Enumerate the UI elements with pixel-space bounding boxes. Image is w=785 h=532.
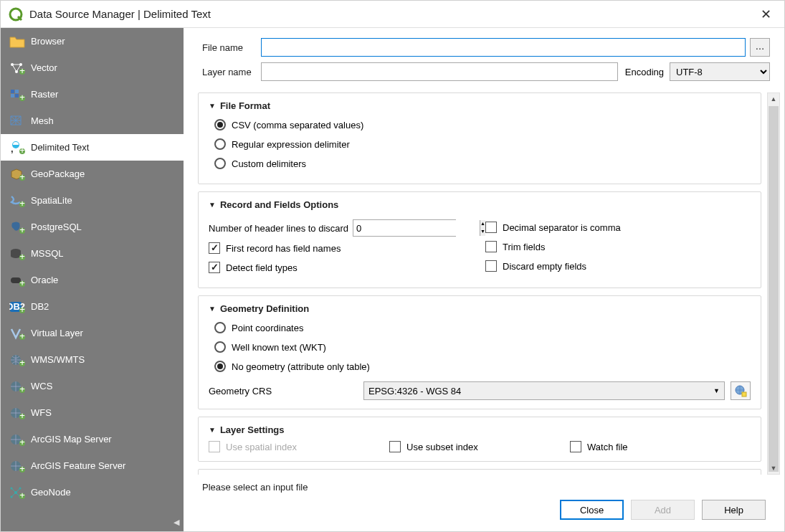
crs-select[interactable]: EPSG:4326 - WGS 84▼	[363, 381, 725, 400]
browse-button[interactable]: …	[750, 38, 770, 57]
close-button[interactable]: Close	[560, 500, 624, 520]
sidebar-item-db2[interactable]: DB2+DB2	[1, 293, 184, 320]
sidebar-item-label: Virtual Layer	[31, 328, 83, 338]
close-icon[interactable]: ✕	[755, 4, 777, 25]
sidebar-item-raster[interactable]: +Raster	[1, 81, 184, 108]
header-lines-label: Number of header lines to discard	[209, 223, 348, 234]
watch-file-checkbox[interactable]	[570, 441, 581, 452]
scroll-thumb[interactable]	[769, 106, 779, 472]
first-record-label: First record has field names	[226, 243, 341, 254]
svg-text:+: +	[19, 410, 25, 419]
encoding-select[interactable]: UTF-8	[670, 62, 770, 81]
delimited-text-icon: ,+	[8, 140, 27, 156]
add-button: Add	[631, 500, 695, 520]
collapse-icon: ▼	[209, 426, 216, 434]
vertical-scrollbar[interactable]: ▲ ▼	[767, 92, 780, 475]
discard-empty-checkbox[interactable]	[485, 260, 497, 272]
help-button[interactable]: Help	[702, 500, 766, 520]
subset-index-checkbox[interactable]	[389, 441, 401, 452]
vector-icon: +	[8, 60, 27, 76]
svg-text:+: +	[19, 304, 25, 313]
collapse-icon: ▼	[209, 201, 216, 209]
sidebar-item-label: Raster	[31, 89, 58, 100]
regex-label: Regular expression delimiter	[232, 139, 350, 150]
wcs-icon: +	[8, 379, 27, 394]
arcgis-feature-icon: +	[8, 458, 27, 474]
wfs-icon: +	[8, 405, 27, 421]
crs-picker-button[interactable]	[731, 381, 751, 400]
file-format-toggle[interactable]: ▼File Format	[209, 100, 751, 111]
layer-settings-group: ▼Layer Settings Use spatial index Use su…	[198, 417, 761, 462]
spatial-index-label: Use spatial index	[226, 442, 297, 452]
folder-icon	[8, 34, 27, 49]
detect-types-label: Detect field types	[226, 262, 298, 273]
geopackage-icon: +	[8, 166, 27, 182]
layer-settings-toggle[interactable]: ▼Layer Settings	[209, 424, 751, 435]
sidebar-item-arcgis-map[interactable]: +ArcGIS Map Server	[1, 426, 184, 452]
app-logo-icon	[8, 6, 24, 22]
svg-rect-7	[15, 90, 19, 93]
point-radio[interactable]	[214, 322, 226, 333]
first-record-checkbox[interactable]	[209, 242, 220, 254]
sidebar-item-arcgis-feature[interactable]: +ArcGIS Feature Server	[1, 452, 184, 479]
sidebar-item-wms[interactable]: +WMS/WMTS	[1, 346, 184, 373]
sidebar-item-virtual-layer[interactable]: +Virtual Layer	[1, 320, 184, 346]
header-lines-spinner[interactable]: ▲▼	[353, 219, 456, 237]
sidebar-item-vector[interactable]: +Vector	[1, 54, 184, 81]
csv-label: CSV (comma separated values)	[232, 120, 363, 130]
db2-icon: DB2+	[8, 299, 27, 315]
svg-text:+: +	[19, 92, 25, 101]
sidebar-item-label: Browser	[31, 36, 65, 47]
wkt-radio[interactable]	[214, 341, 226, 353]
csv-radio[interactable]	[214, 119, 226, 130]
custom-label: Custom delimiters	[232, 158, 306, 169]
scroll-down-icon[interactable]: ▼	[768, 462, 779, 474]
sidebar-item-wfs[interactable]: +WFS	[1, 399, 184, 426]
crs-label: Geometry CRS	[209, 386, 363, 396]
layername-label: Layer name	[202, 67, 261, 77]
scroll-up-icon[interactable]: ▲	[768, 93, 779, 105]
point-label: Point coordinates	[232, 323, 303, 333]
trim-label: Trim fields	[503, 242, 545, 252]
sidebar-item-label: WCS	[31, 381, 52, 391]
sidebar-item-label: GeoNode	[31, 487, 71, 498]
decimal-comma-checkbox[interactable]	[485, 222, 497, 233]
sidebar-item-browser[interactable]: Browser	[1, 28, 184, 54]
spatial-index-checkbox	[209, 441, 220, 452]
geometry-toggle[interactable]: ▼Geometry Definition	[209, 303, 751, 314]
svg-rect-8	[11, 94, 14, 98]
no-geometry-radio[interactable]	[214, 361, 226, 372]
detect-types-checkbox[interactable]	[209, 262, 220, 273]
sidebar-item-label: Delimited Text	[31, 142, 89, 153]
svg-text:+: +	[19, 357, 25, 366]
sidebar-item-mssql[interactable]: +MSSQL	[1, 240, 184, 267]
sidebar-item-label: ArcGIS Map Server	[31, 434, 112, 445]
sidebar-item-wcs[interactable]: +WCS	[1, 373, 184, 399]
custom-radio[interactable]	[214, 158, 226, 169]
sidebar-item-label: WFS	[31, 407, 52, 418]
sidebar-collapse-icon[interactable]: ◀	[173, 518, 179, 527]
svg-text:+: +	[19, 198, 25, 207]
trim-checkbox[interactable]	[485, 241, 497, 252]
sidebar-item-label: ArcGIS Feature Server	[31, 460, 125, 471]
dialog-buttons: Close Add Help	[184, 495, 784, 531]
sidebar-item-label: Oracle	[31, 275, 58, 285]
wms-icon: +	[8, 352, 27, 368]
window-title: Data Source Manager | Delimited Text	[29, 8, 755, 20]
records-toggle[interactable]: ▼Record and Fields Options	[209, 199, 751, 210]
layername-input[interactable]	[261, 62, 618, 81]
sidebar-item-geonode[interactable]: +GeoNode	[1, 479, 184, 505]
svg-text:+: +	[19, 251, 25, 260]
sidebar-item-geopackage[interactable]: +GeoPackage	[1, 161, 184, 187]
sidebar-item-spatialite[interactable]: +SpatiaLite	[1, 187, 184, 214]
subset-index-label: Use subset index	[406, 442, 478, 452]
sidebar-item-mesh[interactable]: Mesh	[1, 108, 184, 134]
filename-input[interactable]	[261, 38, 746, 57]
no-geometry-label: No geometry (attribute only table)	[232, 361, 370, 372]
mssql-icon: +	[8, 246, 27, 262]
sidebar-item-postgresql[interactable]: +PostgreSQL	[1, 214, 184, 240]
sidebar-item-delimited-text[interactable]: ,+Delimited Text	[1, 134, 184, 161]
sidebar-item-oracle[interactable]: +Oracle	[1, 267, 184, 293]
records-group: ▼Record and Fields Options Number of hea…	[198, 191, 761, 288]
regex-radio[interactable]	[214, 138, 226, 150]
